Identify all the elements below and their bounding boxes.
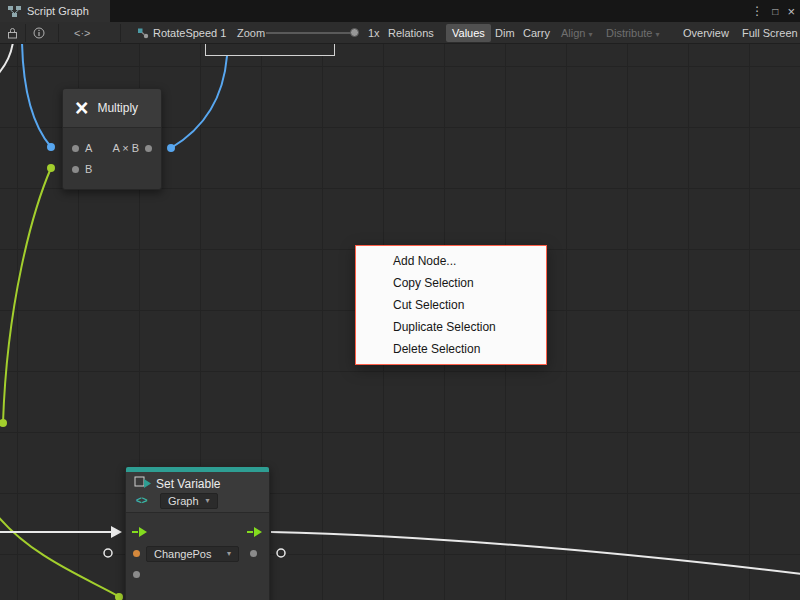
menu-item-cut-selection[interactable]: Cut Selection <box>356 294 546 316</box>
port-b-dot[interactable] <box>72 166 79 173</box>
graph-variable-icon: <> <box>136 495 148 506</box>
wire-green-bottom <box>0 514 118 596</box>
dim-button[interactable]: Dim <box>495 22 515 44</box>
window-menu-icon[interactable]: ⋮ <box>751 4 763 18</box>
info-icon[interactable] <box>33 27 45 39</box>
menu-item-delete-selection[interactable]: Delete Selection <box>356 338 546 360</box>
multiply-row-b: B <box>63 159 161 179</box>
menu-item-copy-selection[interactable]: Copy Selection <box>356 272 546 294</box>
variable-scope-label: Graph <box>168 494 199 508</box>
variable-name-dropdown[interactable]: ChangePos ▾ <box>146 546 239 562</box>
chevron-down-icon: ▾ <box>227 547 231 561</box>
multiply-row-a: A A × B <box>63 138 161 158</box>
port-setvar-output[interactable] <box>277 549 285 557</box>
toolbar-divider <box>120 24 121 42</box>
relations-button[interactable]: Relations <box>388 22 434 44</box>
node-multiply[interactable]: × Multiply A A × B B <box>62 88 162 190</box>
context-menu: Add Node... Copy Selection Cut Selection… <box>355 245 547 365</box>
maximize-icon[interactable]: □ <box>772 6 778 17</box>
fullscreen-button[interactable]: Full Screen <box>742 22 798 44</box>
close-icon[interactable]: × <box>787 4 795 19</box>
port-multiply-b[interactable] <box>47 164 55 172</box>
wire-green-bottom-endpoint[interactable] <box>115 593 123 600</box>
script-graph-icon <box>8 6 21 17</box>
port-result-label: A × B <box>112 142 139 154</box>
titlebar: Script Graph ⋮ □ × <box>0 0 800 22</box>
zoom-label: Zoom <box>237 22 265 44</box>
multiply-icon: × <box>75 97 88 120</box>
port-result-dot[interactable] <box>145 145 152 152</box>
align-label: Align <box>561 27 585 39</box>
overview-button[interactable]: Overview <box>683 22 729 44</box>
wire-blue-from-multiply-out <box>171 56 227 148</box>
zoom-slider[interactable] <box>266 32 358 34</box>
carry-button[interactable]: Carry <box>523 22 550 44</box>
chevron-down-icon: ▾ <box>589 30 593 39</box>
node-set-variable[interactable]: Set Variable <> Graph ▾ ChangePos ▾ <box>125 466 270 600</box>
chevron-down-icon: ▾ <box>656 30 660 39</box>
chevron-down-icon: ▾ <box>206 494 210 508</box>
menu-item-add-node[interactable]: Add Node... <box>356 250 546 272</box>
flow-in-arrow-icon <box>111 526 122 538</box>
port-a-dot[interactable] <box>72 145 79 152</box>
toolbar-divider <box>25 24 26 42</box>
tab-script-graph[interactable]: Script Graph <box>0 0 110 22</box>
set-variable-title: Set Variable <box>156 477 220 491</box>
tab-title: Script Graph <box>27 5 89 17</box>
wire-green-endpoint[interactable] <box>0 419 7 427</box>
wire-flow-out <box>271 532 800 574</box>
set-variable-header: Set Variable <> Graph ▾ <box>126 472 269 513</box>
flow-in-port-icon[interactable] <box>132 526 148 538</box>
variable-name-label: ChangePos <box>154 547 212 561</box>
window-controls: ⋮ □ × <box>751 0 795 22</box>
wire-blue-to-multiply-a <box>22 44 51 147</box>
lock-icon[interactable] <box>7 27 18 39</box>
zoom-slider-knob[interactable] <box>350 28 359 37</box>
code-view-icon[interactable]: <·> <box>74 22 91 44</box>
toolbar: <·> RotateSpeed 1 Zoom 1x Relations Valu… <box>0 22 800 44</box>
output-value-port[interactable] <box>250 550 257 557</box>
variable-node-icon <box>137 27 149 39</box>
port-b-label: B <box>85 163 92 175</box>
variable-scope-dropdown[interactable]: Graph ▾ <box>160 493 218 509</box>
distribute-button[interactable]: Distribute ▾ <box>606 22 660 44</box>
port-multiply-result[interactable] <box>167 144 175 152</box>
port-multiply-a[interactable] <box>47 143 55 151</box>
script-graph-window: Script Graph ⋮ □ × <·> RotateSpeed 1 Zoo… <box>0 0 800 600</box>
port-a-label: A <box>85 142 92 154</box>
variable-chip-label[interactable]: RotateSpeed 1 <box>153 22 226 44</box>
zoom-value: 1x <box>368 22 380 44</box>
wire-green-from-multiply-b <box>3 168 51 423</box>
variable-value-port[interactable] <box>133 550 140 557</box>
multiply-title: Multiply <box>97 101 138 115</box>
set-variable-icon <box>134 476 152 491</box>
flow-out-port-icon[interactable] <box>247 526 263 538</box>
extra-value-port[interactable] <box>133 571 140 578</box>
port-setvar-input[interactable] <box>104 549 112 557</box>
values-button[interactable]: Values <box>446 24 491 42</box>
menu-item-duplicate-selection[interactable]: Duplicate Selection <box>356 316 546 338</box>
toolbar-divider <box>58 24 59 42</box>
multiply-header: × Multiply <box>63 89 161 128</box>
distribute-label: Distribute <box>606 27 652 39</box>
set-variable-body: ChangePos ▾ <box>126 513 269 600</box>
wire-white-topleft <box>0 44 13 74</box>
align-button[interactable]: Align ▾ <box>561 22 593 44</box>
